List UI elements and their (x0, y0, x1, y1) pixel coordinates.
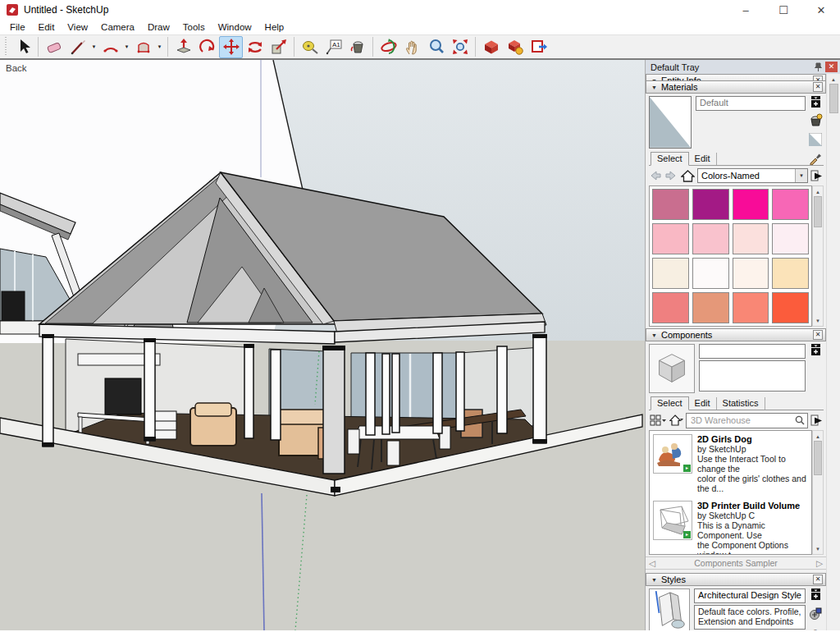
entity-info-panel-sliver[interactable]: ▼ Entity Info ✕ (646, 74, 826, 80)
style-edit-icon[interactable] (809, 607, 822, 621)
components-scrollbar[interactable]: ▲ ▼ (812, 430, 824, 555)
material-swatch[interactable] (772, 292, 809, 323)
home-icon[interactable] (669, 414, 683, 427)
tray-scrollbar[interactable]: ▲ (826, 74, 840, 630)
push-pull-tool-button[interactable] (171, 36, 195, 58)
component-title[interactable]: 3D Printer Build Volume (697, 501, 810, 511)
material-swatch[interactable] (733, 258, 769, 289)
shapes-tool-button[interactable] (131, 36, 155, 58)
styles-panel-header[interactable]: ▼ Styles ✕ (646, 573, 826, 586)
sampler-next-icon[interactable]: ▷ (816, 558, 823, 568)
arc-tool-dropdown[interactable]: ▼ (122, 36, 131, 58)
forward-arrow-icon[interactable] (664, 170, 677, 181)
zoom-tool-button[interactable] (424, 36, 448, 58)
material-swatch[interactable] (733, 223, 769, 254)
paint-bucket-tool-button[interactable] (345, 36, 369, 58)
line-tool-dropdown[interactable]: ▼ (89, 36, 98, 58)
menu-draw[interactable]: Draw (141, 21, 176, 33)
component-list-item[interactable]: ▸ 3D Printer Build Volume by SketchUp C … (653, 501, 810, 555)
scroll-up-icon[interactable]: ▲ (831, 74, 836, 84)
offset-tool-button[interactable] (195, 36, 219, 58)
minimize-button[interactable]: – (727, 0, 765, 20)
maximize-button[interactable]: ☐ (765, 0, 802, 20)
component-description-field[interactable] (699, 360, 806, 392)
components-tab-select[interactable]: Select (651, 396, 689, 410)
send-to-layout-button[interactable] (527, 36, 550, 58)
move-tool-button[interactable] (219, 36, 243, 58)
tape-measure-tool-button[interactable] (298, 36, 322, 58)
menu-edit[interactable]: Edit (32, 21, 62, 33)
material-swatch[interactable] (772, 189, 809, 220)
back-arrow-icon[interactable] (650, 170, 662, 181)
sample-paint-eyedropper-icon[interactable] (809, 152, 822, 165)
components-panel-header[interactable]: ▼ Components ✕ (646, 328, 826, 341)
create-material-icon[interactable] (809, 113, 823, 127)
details-arrow-icon[interactable] (810, 170, 823, 182)
rotate-tool-button[interactable] (243, 36, 267, 58)
scrollbar-thumb[interactable] (814, 196, 822, 227)
components-close-icon[interactable]: ✕ (813, 330, 823, 340)
material-swatch[interactable] (772, 223, 809, 254)
material-swatch[interactable] (772, 258, 809, 289)
styles-close-icon[interactable]: ✕ (813, 575, 823, 584)
material-swatch[interactable] (652, 292, 689, 323)
scrollbar-thumb[interactable] (814, 441, 822, 475)
material-swatch[interactable] (692, 189, 729, 220)
materials-panel-header[interactable]: ▼ Materials ✕ (646, 80, 826, 94)
eraser-tool-button[interactable] (42, 36, 66, 58)
material-swatch[interactable] (652, 189, 689, 220)
material-swatch[interactable] (692, 223, 729, 254)
menu-view[interactable]: View (61, 21, 94, 33)
secondary-pane-icon[interactable] (810, 588, 821, 601)
close-button[interactable]: ✕ (802, 0, 840, 20)
menu-help[interactable]: Help (258, 21, 291, 33)
scroll-up-icon[interactable]: ▲ (815, 431, 820, 441)
orbit-tool-button[interactable] (377, 36, 400, 58)
materials-close-icon[interactable]: ✕ (813, 82, 823, 92)
tray-close-icon[interactable]: ✕ (825, 62, 838, 72)
style-name-field[interactable]: Architectural Design Style (694, 588, 806, 603)
components-tab-edit[interactable]: Edit (689, 397, 717, 410)
scroll-down-icon[interactable]: ▼ (813, 625, 818, 630)
3d-warehouse-button[interactable] (479, 36, 503, 58)
line-tool-button[interactable] (66, 36, 89, 58)
material-swatch[interactable] (692, 258, 729, 289)
materials-scrollbar[interactable]: ▲ ▼ (812, 185, 824, 327)
details-arrow-icon[interactable] (810, 414, 823, 427)
component-name-field[interactable] (699, 344, 806, 359)
material-swatch[interactable] (733, 189, 769, 220)
menu-camera[interactable]: Camera (94, 21, 141, 33)
3d-viewport[interactable]: Back (0, 60, 645, 630)
menu-tools[interactable]: Tools (176, 21, 212, 33)
material-swatch[interactable] (733, 292, 769, 323)
scrollbar-thumb[interactable] (829, 84, 838, 113)
home-icon[interactable] (681, 170, 695, 182)
scroll-up-icon[interactable]: ▲ (815, 186, 820, 196)
scroll-down-icon[interactable]: ▼ (815, 317, 820, 326)
3d-warehouse-search-input[interactable]: 3D Warehouse (686, 413, 808, 428)
arc-tool-button[interactable] (98, 36, 122, 58)
materials-tab-edit[interactable]: Edit (689, 153, 717, 165)
extension-warehouse-button[interactable] (503, 36, 527, 58)
sampler-prev-icon[interactable]: ◁ (649, 558, 655, 568)
component-list-item[interactable]: ▸ 2D Girls Dog by SketchUp Use the Inter… (653, 434, 810, 493)
view-options-icon[interactable] (650, 414, 666, 427)
scroll-down-icon[interactable]: ▼ (815, 545, 820, 554)
materials-collection-dropdown[interactable]: Colors-Named ▼ (697, 168, 808, 183)
components-tab-statistics[interactable]: Statistics (717, 397, 765, 410)
secondary-pane-icon[interactable] (810, 344, 821, 356)
toolbar-drag-handle[interactable] (4, 37, 8, 57)
material-swatch[interactable] (652, 223, 689, 254)
menu-file[interactable]: File (3, 21, 32, 33)
in-model-sample-swatch[interactable] (809, 133, 822, 146)
scale-tool-button[interactable] (267, 36, 290, 58)
zoom-extents-tool-button[interactable] (448, 36, 472, 58)
material-name-field[interactable]: Default (696, 96, 806, 111)
pin-icon[interactable] (814, 62, 823, 72)
pan-tool-button[interactable] (400, 36, 424, 58)
shapes-tool-dropdown[interactable]: ▼ (155, 36, 164, 58)
secondary-pane-icon[interactable] (810, 96, 821, 108)
text-tool-button[interactable]: A1 (322, 36, 345, 58)
materials-tab-select[interactable]: Select (651, 152, 689, 166)
model-scene[interactable] (0, 60, 645, 630)
